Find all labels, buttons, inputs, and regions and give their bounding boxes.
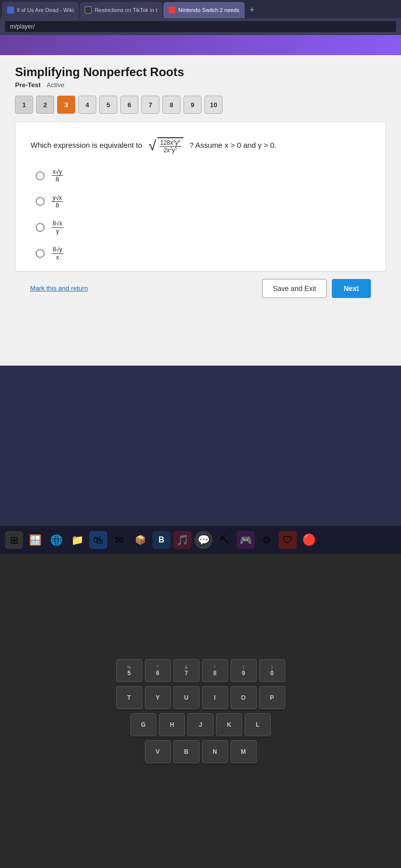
q-btn-8[interactable]: 8	[162, 96, 180, 114]
key-6[interactable]: ^6	[145, 659, 171, 682]
q-btn-3[interactable]: 3	[57, 96, 75, 114]
key-7[interactable]: &7	[173, 659, 199, 682]
key-8[interactable]: *8	[202, 659, 228, 682]
radio-1[interactable]	[36, 171, 45, 180]
gaming-icon[interactable]: 🎮	[237, 531, 255, 549]
q-btn-4[interactable]: 4	[78, 96, 96, 114]
radio-2[interactable]	[36, 197, 45, 206]
windows-icon[interactable]: 🪟	[26, 531, 44, 549]
q-btn-1[interactable]: 1	[15, 96, 33, 114]
q-btn-6[interactable]: 6	[120, 96, 138, 114]
fraction-denominator: 2x2y5	[162, 147, 178, 154]
quiz-label-active: Active	[47, 81, 64, 89]
keyboard-area: %5 ^6 &7 *8 (9 )0 T Y U I O P G H J K L …	[0, 554, 401, 868]
answer-den-2: 8	[55, 202, 60, 209]
tab-tiktok[interactable]: Restrictions on TikTok in t	[80, 2, 162, 18]
dropbox-icon[interactable]: 📦	[131, 531, 149, 549]
mail-icon[interactable]: ✉	[110, 531, 128, 549]
key-p[interactable]: P	[259, 686, 285, 709]
q-btn-2[interactable]: 2	[36, 96, 54, 114]
key-b[interactable]: B	[173, 740, 199, 763]
key-u[interactable]: U	[173, 686, 199, 709]
screen-area: ll of Us Are Dead - Wiki Restrictions on…	[0, 0, 401, 526]
tab-favicon-2	[85, 7, 92, 14]
kb-row-tyuiop: T Y U I O P	[116, 686, 285, 709]
question-nav: 1 2 3 4 5 6 7 8 9 10	[15, 96, 386, 114]
taskbar: ⊞ 🪟 🌐 📁 🛍 ✉ 📦 B 🎵 💬 ⛏ 🎮 ⚙ 🛡 🔴	[0, 526, 401, 554]
bottom-buttons: Save and Exit Next	[262, 279, 371, 298]
mark-return-link[interactable]: Mark this and return	[30, 284, 88, 292]
address-bar[interactable]	[5, 21, 396, 32]
minecraft-icon[interactable]: ⛏	[216, 531, 234, 549]
answer-option-2[interactable]: y√x 8	[36, 194, 370, 209]
key-y[interactable]: Y	[145, 686, 171, 709]
answer-den-4: x	[55, 254, 60, 261]
question-text: Which expression is equivalent to √ 128x…	[31, 137, 370, 154]
tab-label-3: Nintendo Switch 2 needs	[178, 7, 240, 13]
key-k[interactable]: K	[216, 713, 242, 736]
q-btn-5[interactable]: 5	[99, 96, 117, 114]
tab-label-2: Restrictions on TikTok in t	[95, 7, 157, 13]
store-icon[interactable]: 🛍	[89, 531, 107, 549]
answer-option-3[interactable]: 8√x y	[36, 220, 370, 235]
settings-icon[interactable]: ⚙	[258, 531, 276, 549]
key-l[interactable]: L	[245, 713, 271, 736]
key-n[interactable]: N	[202, 740, 228, 763]
kb-row-vbnm: V B N M	[145, 740, 257, 763]
answer-num-1: x√y	[52, 168, 63, 176]
q-btn-7[interactable]: 7	[141, 96, 159, 114]
radio-3[interactable]	[36, 223, 45, 232]
key-m[interactable]: M	[231, 740, 257, 763]
purple-banner	[0, 35, 401, 55]
quiz-label-pretest: Pre-Test	[15, 81, 41, 89]
antivirus-icon[interactable]: 🛡	[279, 531, 297, 549]
radio-4[interactable]	[36, 249, 45, 258]
math-fraction: 128x5y6 2x2y5	[159, 139, 181, 154]
answer-fraction-2: y√x 8	[52, 194, 63, 209]
next-button[interactable]: Next	[332, 279, 371, 298]
answer-option-4[interactable]: 8√y x	[36, 246, 370, 261]
answer-fraction-3: 8√x y	[52, 220, 63, 235]
key-v[interactable]: V	[145, 740, 171, 763]
folder-icon[interactable]: 📁	[68, 531, 86, 549]
answer-expr-1: x√y 8	[52, 168, 63, 183]
key-o[interactable]: O	[231, 686, 257, 709]
answer-den-3: y	[55, 228, 60, 235]
address-bar-row	[0, 18, 401, 35]
kb-row-ghjkl: G H J K L	[130, 713, 271, 736]
answer-fraction-4: 8√y x	[52, 246, 63, 261]
edge-icon[interactable]: 🌐	[47, 531, 65, 549]
quiz-meta: Pre-Test Active	[15, 81, 386, 89]
tab-favicon-3	[168, 7, 175, 14]
q-btn-10[interactable]: 10	[205, 96, 223, 114]
answer-option-1[interactable]: x√y 8	[36, 168, 370, 183]
tab-all-of-us-dead[interactable]: ll of Us Are Dead - Wiki	[2, 2, 79, 18]
quiz-title: Simplifying Nonperfect Roots	[15, 65, 386, 79]
new-tab-button[interactable]: +	[246, 2, 259, 18]
answer-expr-2: y√x 8	[52, 194, 63, 209]
q-btn-9[interactable]: 9	[183, 96, 202, 114]
key-5[interactable]: %5	[116, 659, 142, 682]
key-j[interactable]: J	[187, 713, 214, 736]
main-content: Simplifying Nonperfect Roots Pre-Test Ac…	[0, 55, 401, 366]
answer-expr-4: 8√y x	[52, 246, 63, 261]
key-i[interactable]: I	[202, 686, 228, 709]
tab-nintendo[interactable]: Nintendo Switch 2 needs	[163, 2, 245, 18]
answer-num-4: 8√y	[52, 246, 63, 253]
key-0[interactable]: )0	[259, 659, 285, 682]
answer-fraction-1: x√y 8	[52, 168, 63, 183]
key-h[interactable]: H	[159, 713, 185, 736]
bitdefender-icon[interactable]: B	[152, 531, 170, 549]
start-icon[interactable]: ⊞	[5, 531, 23, 549]
key-g[interactable]: G	[130, 713, 156, 736]
sqrt-symbol: √	[148, 139, 156, 153]
music-icon[interactable]: 🎵	[173, 531, 191, 549]
key-9[interactable]: (9	[231, 659, 257, 682]
security-icon[interactable]: 🔴	[300, 531, 318, 549]
save-exit-button[interactable]: Save and Exit	[262, 279, 326, 298]
sqrt-expression: √ 128x5y6 2x2y5	[148, 137, 183, 154]
question-intro: Which expression is equivalent to	[31, 141, 142, 149]
answer-num-3: 8√x	[52, 220, 63, 227]
discord-icon[interactable]: 💬	[194, 531, 213, 549]
key-t[interactable]: T	[116, 686, 142, 709]
